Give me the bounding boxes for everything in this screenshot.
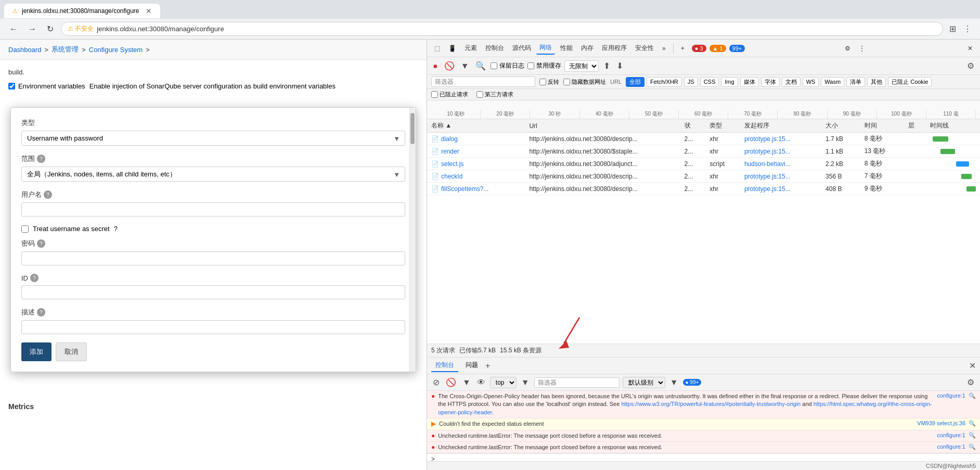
row-initiator-fillscope[interactable]: prototype.js:15...	[744, 185, 791, 193]
filter-css-btn[interactable]: CSS	[700, 77, 719, 87]
type-select[interactable]: Username with password	[21, 131, 405, 146]
throttle-select[interactable]: 无限制	[564, 60, 599, 72]
console-context-arrow-btn[interactable]: ▼	[520, 376, 531, 389]
settings-button[interactable]: ⋮	[961, 22, 974, 36]
description-input[interactable]	[21, 320, 405, 334]
table-row[interactable]: 📄render http://jenkins.oldxu.net:30080/$…	[427, 145, 980, 158]
breadcrumb-configure[interactable]: Configure System	[89, 46, 143, 54]
scope-select[interactable]: 全局（Jenkins, nodes, items, all child item…	[21, 167, 405, 182]
console-source-2[interactable]: VM939 select.js:36	[917, 420, 965, 426]
row-initiator-render[interactable]: prototype.js:15...	[744, 148, 791, 155]
devtools-more-tabs-btn[interactable]: »	[659, 43, 669, 54]
console-search-icon-3[interactable]: 🔍	[969, 432, 976, 439]
console-record-btn[interactable]: ⊘	[431, 376, 441, 389]
console-close-btn[interactable]: ✕	[969, 361, 976, 371]
devtools-tab-elements[interactable]: 元素	[461, 42, 480, 54]
row-name-checkid[interactable]: checkId	[441, 173, 462, 180]
console-filter-btn[interactable]: ▼	[461, 376, 472, 389]
devtools-settings-btn[interactable]: ⚙	[842, 43, 854, 54]
disable-cache-label[interactable]: 禁用缓存	[527, 61, 561, 70]
network-search-btn[interactable]: 🔍	[474, 59, 487, 72]
console-context-select[interactable]: top	[490, 377, 517, 388]
filter-manifest-btn[interactable]: 清单	[846, 77, 865, 87]
back-button[interactable]: ←	[6, 22, 21, 36]
col-name[interactable]: 名称 ▲	[427, 119, 525, 133]
devtools-device-btn[interactable]: 📱	[445, 43, 459, 54]
import-har-btn[interactable]: ⬆	[602, 59, 612, 72]
row-initiator-dialog[interactable]: prototype.js:15...	[744, 135, 791, 143]
hide-data-urls-checkbox[interactable]	[563, 79, 570, 85]
devtools-tab-network[interactable]: 网络	[536, 42, 555, 55]
console-source-4[interactable]: configure:1	[937, 443, 965, 450]
filter-img-btn[interactable]: Img	[721, 77, 738, 87]
devtools-tab-application[interactable]: 应用程序	[599, 42, 630, 54]
breadcrumb-dashboard[interactable]: Dashboard	[8, 46, 42, 54]
filter-input[interactable]	[431, 77, 535, 87]
table-row[interactable]: 📄dialog http://jenkins.oldxu.net:30080/d…	[427, 133, 980, 145]
devtools-tab-performance[interactable]: 性能	[557, 42, 576, 54]
console-search-icon-4[interactable]: 🔍	[969, 443, 976, 450]
network-record-btn[interactable]: ●	[431, 60, 440, 72]
username-input[interactable]	[21, 202, 405, 217]
invert-filter-label[interactable]: 反转	[539, 78, 559, 86]
treat-secret-checkbox[interactable]	[21, 225, 29, 233]
filter-wasm-btn[interactable]: Wasm	[821, 77, 844, 87]
devtools-tab-memory[interactable]: 内存	[578, 42, 597, 54]
env-variables-checkbox-label[interactable]: Environment variables	[8, 82, 85, 90]
tab-close-btn[interactable]: ✕	[146, 7, 152, 15]
row-initiator-checkid[interactable]: prototype.js:15...	[744, 173, 791, 180]
cancel-button[interactable]: 取消	[56, 342, 87, 361]
blocked-requests-label[interactable]: 已阻止请求	[431, 91, 468, 98]
description-help-icon[interactable]: ?	[37, 308, 45, 316]
preserve-log-checkbox[interactable]	[491, 62, 497, 69]
col-size[interactable]: 大小	[821, 119, 860, 133]
devtools-inspect-btn[interactable]: ⬚	[431, 43, 443, 54]
console-search-icon-1[interactable]: 🔍	[969, 392, 976, 399]
filter-media-btn[interactable]: 媒体	[740, 77, 759, 87]
console-level-arrow-btn[interactable]: ▼	[668, 376, 680, 389]
address-bar[interactable]: ⚠ 不安全 jenkins.oldxu.net:30080/manage/con…	[61, 22, 943, 36]
console-search-icon-2[interactable]: 🔍	[969, 420, 976, 427]
console-level-select[interactable]: 默认级别	[623, 377, 665, 388]
row-name-fillscope[interactable]: fillScopeItems?...	[441, 185, 488, 193]
hide-data-urls-label[interactable]: 隐藏数据网址	[563, 78, 606, 86]
table-row[interactable]: 📄checkId http://jenkins.oldxu.net:30080/…	[427, 170, 980, 183]
table-row[interactable]: 📄select.js http://jenkins.oldxu.net:3008…	[427, 158, 980, 170]
id-help-icon[interactable]: ?	[30, 274, 38, 282]
col-status[interactable]: 状	[680, 119, 706, 133]
network-settings-btn[interactable]: ⚙	[965, 59, 976, 72]
refresh-button[interactable]: ↻	[44, 22, 57, 36]
devtools-tab-security[interactable]: 安全性	[632, 42, 657, 54]
devtools-add-tab-btn[interactable]: +	[678, 43, 688, 54]
blocked-requests-checkbox[interactable]	[431, 91, 438, 98]
invert-filter-checkbox[interactable]	[539, 79, 546, 85]
filter-doc-btn[interactable]: 文档	[782, 77, 801, 87]
col-layer[interactable]: 层	[904, 119, 926, 133]
row-name-selectjs[interactable]: select.js	[441, 160, 463, 168]
row-initiator-selectjs[interactable]: hudson-behavi...	[744, 160, 791, 168]
row-name-dialog[interactable]: dialog	[441, 135, 458, 143]
filter-fetch-xhr-btn[interactable]: Fetch/XHR	[647, 77, 682, 87]
filter-font-btn[interactable]: 字体	[761, 77, 780, 87]
console-add-tab-btn[interactable]: +	[485, 361, 490, 371]
col-initiator[interactable]: 发起程序	[740, 119, 821, 133]
env-variables-checkbox[interactable]	[8, 83, 15, 90]
export-har-btn[interactable]: ⬇	[615, 59, 625, 72]
password-help-icon[interactable]: ?	[37, 239, 45, 248]
scroll-handle[interactable]	[409, 108, 416, 372]
id-input[interactable]	[21, 285, 405, 299]
col-url[interactable]: Url	[525, 119, 680, 133]
devtools-close-btn[interactable]: ✕	[964, 43, 976, 54]
username-help-icon[interactable]: ?	[44, 190, 52, 199]
preserve-log-label[interactable]: 保留日志	[491, 61, 524, 70]
extensions-button[interactable]: ⊞	[947, 22, 958, 36]
filter-other-btn[interactable]: 其他	[867, 77, 886, 87]
filter-ws-btn[interactable]: WS	[803, 77, 819, 87]
console-tab-console[interactable]: 控制台	[431, 359, 458, 372]
table-row[interactable]: 📄fillScopeItems?... http://jenkins.oldxu…	[427, 183, 980, 195]
breadcrumb-sys-mgmt[interactable]: 系统管理	[51, 45, 79, 54]
scope-help-icon[interactable]: ?	[37, 155, 45, 163]
console-source-1[interactable]: configure:1	[937, 392, 965, 399]
console-filter-input[interactable]	[534, 377, 620, 388]
third-party-checkbox[interactable]	[476, 91, 483, 98]
